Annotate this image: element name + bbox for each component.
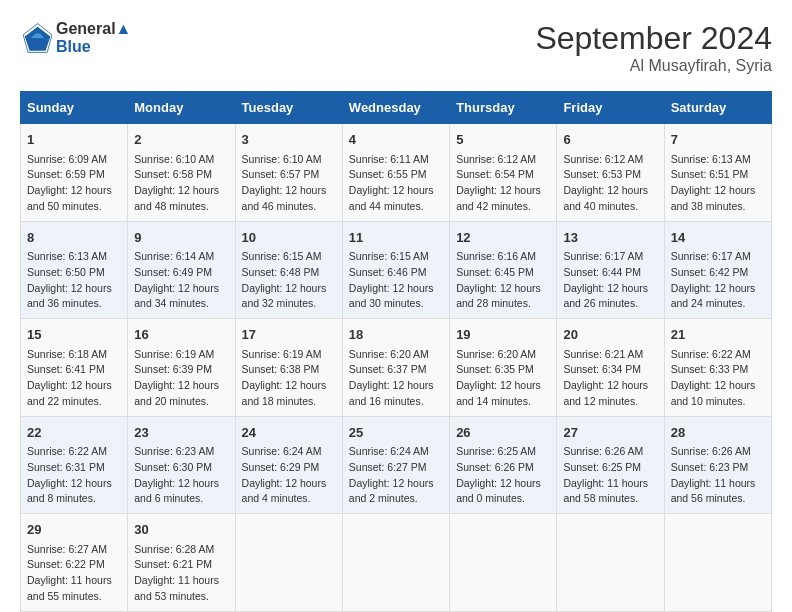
cell-content: Sunrise: 6:10 AMSunset: 6:58 PMDaylight:… — [134, 152, 228, 215]
calendar-cell: 11Sunrise: 6:15 AMSunset: 6:46 PMDayligh… — [342, 221, 449, 319]
day-number: 22 — [27, 423, 121, 443]
calendar-cell: 15Sunrise: 6:18 AMSunset: 6:41 PMDayligh… — [21, 319, 128, 417]
calendar-cell: 17Sunrise: 6:19 AMSunset: 6:38 PMDayligh… — [235, 319, 342, 417]
day-number: 28 — [671, 423, 765, 443]
calendar-week-5: 29Sunrise: 6:27 AMSunset: 6:22 PMDayligh… — [21, 514, 772, 612]
col-header-sunday: Sunday — [21, 92, 128, 124]
logo-icon — [20, 22, 52, 54]
day-number: 18 — [349, 325, 443, 345]
col-header-thursday: Thursday — [450, 92, 557, 124]
calendar-cell: 4Sunrise: 6:11 AMSunset: 6:55 PMDaylight… — [342, 124, 449, 222]
day-number: 5 — [456, 130, 550, 150]
cell-content: Sunrise: 6:17 AMSunset: 6:44 PMDaylight:… — [563, 249, 657, 312]
calendar-cell: 10Sunrise: 6:15 AMSunset: 6:48 PMDayligh… — [235, 221, 342, 319]
day-number: 7 — [671, 130, 765, 150]
cell-content: Sunrise: 6:09 AMSunset: 6:59 PMDaylight:… — [27, 152, 121, 215]
cell-content: Sunrise: 6:11 AMSunset: 6:55 PMDaylight:… — [349, 152, 443, 215]
calendar-cell: 24Sunrise: 6:24 AMSunset: 6:29 PMDayligh… — [235, 416, 342, 514]
cell-content: Sunrise: 6:13 AMSunset: 6:51 PMDaylight:… — [671, 152, 765, 215]
day-number: 10 — [242, 228, 336, 248]
day-number: 13 — [563, 228, 657, 248]
cell-content: Sunrise: 6:26 AMSunset: 6:25 PMDaylight:… — [563, 444, 657, 507]
cell-content: Sunrise: 6:14 AMSunset: 6:49 PMDaylight:… — [134, 249, 228, 312]
cell-content: Sunrise: 6:23 AMSunset: 6:30 PMDaylight:… — [134, 444, 228, 507]
col-header-tuesday: Tuesday — [235, 92, 342, 124]
day-number: 27 — [563, 423, 657, 443]
calendar-header-row: SundayMondayTuesdayWednesdayThursdayFrid… — [21, 92, 772, 124]
day-number: 19 — [456, 325, 550, 345]
day-number: 17 — [242, 325, 336, 345]
calendar-cell: 19Sunrise: 6:20 AMSunset: 6:35 PMDayligh… — [450, 319, 557, 417]
cell-content: Sunrise: 6:10 AMSunset: 6:57 PMDaylight:… — [242, 152, 336, 215]
col-header-wednesday: Wednesday — [342, 92, 449, 124]
cell-content: Sunrise: 6:19 AMSunset: 6:38 PMDaylight:… — [242, 347, 336, 410]
calendar-cell: 12Sunrise: 6:16 AMSunset: 6:45 PMDayligh… — [450, 221, 557, 319]
calendar-cell — [664, 514, 771, 612]
day-number: 14 — [671, 228, 765, 248]
day-number: 21 — [671, 325, 765, 345]
cell-content: Sunrise: 6:27 AMSunset: 6:22 PMDaylight:… — [27, 542, 121, 605]
calendar-cell: 8Sunrise: 6:13 AMSunset: 6:50 PMDaylight… — [21, 221, 128, 319]
calendar-cell — [450, 514, 557, 612]
day-number: 15 — [27, 325, 121, 345]
calendar-cell: 25Sunrise: 6:24 AMSunset: 6:27 PMDayligh… — [342, 416, 449, 514]
day-number: 20 — [563, 325, 657, 345]
cell-content: Sunrise: 6:24 AMSunset: 6:29 PMDaylight:… — [242, 444, 336, 507]
cell-content: Sunrise: 6:16 AMSunset: 6:45 PMDaylight:… — [456, 249, 550, 312]
calendar-week-4: 22Sunrise: 6:22 AMSunset: 6:31 PMDayligh… — [21, 416, 772, 514]
day-number: 11 — [349, 228, 443, 248]
cell-content: Sunrise: 6:22 AMSunset: 6:33 PMDaylight:… — [671, 347, 765, 410]
calendar-cell: 28Sunrise: 6:26 AMSunset: 6:23 PMDayligh… — [664, 416, 771, 514]
calendar-cell: 5Sunrise: 6:12 AMSunset: 6:54 PMDaylight… — [450, 124, 557, 222]
calendar-cell: 23Sunrise: 6:23 AMSunset: 6:30 PMDayligh… — [128, 416, 235, 514]
location-title: Al Musayfirah, Syria — [535, 57, 772, 75]
day-number: 23 — [134, 423, 228, 443]
cell-content: Sunrise: 6:12 AMSunset: 6:53 PMDaylight:… — [563, 152, 657, 215]
day-number: 1 — [27, 130, 121, 150]
day-number: 3 — [242, 130, 336, 150]
calendar-week-1: 1Sunrise: 6:09 AMSunset: 6:59 PMDaylight… — [21, 124, 772, 222]
day-number: 4 — [349, 130, 443, 150]
cell-content: Sunrise: 6:21 AMSunset: 6:34 PMDaylight:… — [563, 347, 657, 410]
month-title: September 2024 — [535, 20, 772, 57]
cell-content: Sunrise: 6:26 AMSunset: 6:23 PMDaylight:… — [671, 444, 765, 507]
calendar-cell: 3Sunrise: 6:10 AMSunset: 6:57 PMDaylight… — [235, 124, 342, 222]
day-number: 16 — [134, 325, 228, 345]
calendar-cell: 16Sunrise: 6:19 AMSunset: 6:39 PMDayligh… — [128, 319, 235, 417]
cell-content: Sunrise: 6:25 AMSunset: 6:26 PMDaylight:… — [456, 444, 550, 507]
calendar-cell: 21Sunrise: 6:22 AMSunset: 6:33 PMDayligh… — [664, 319, 771, 417]
cell-content: Sunrise: 6:24 AMSunset: 6:27 PMDaylight:… — [349, 444, 443, 507]
calendar-cell: 27Sunrise: 6:26 AMSunset: 6:25 PMDayligh… — [557, 416, 664, 514]
calendar-cell: 7Sunrise: 6:13 AMSunset: 6:51 PMDaylight… — [664, 124, 771, 222]
calendar-cell: 29Sunrise: 6:27 AMSunset: 6:22 PMDayligh… — [21, 514, 128, 612]
calendar-cell: 6Sunrise: 6:12 AMSunset: 6:53 PMDaylight… — [557, 124, 664, 222]
col-header-monday: Monday — [128, 92, 235, 124]
calendar-cell — [235, 514, 342, 612]
cell-content: Sunrise: 6:15 AMSunset: 6:48 PMDaylight:… — [242, 249, 336, 312]
col-header-saturday: Saturday — [664, 92, 771, 124]
calendar-cell: 2Sunrise: 6:10 AMSunset: 6:58 PMDaylight… — [128, 124, 235, 222]
calendar-table: SundayMondayTuesdayWednesdayThursdayFrid… — [20, 91, 772, 612]
day-number: 2 — [134, 130, 228, 150]
cell-content: Sunrise: 6:20 AMSunset: 6:35 PMDaylight:… — [456, 347, 550, 410]
calendar-week-2: 8Sunrise: 6:13 AMSunset: 6:50 PMDaylight… — [21, 221, 772, 319]
day-number: 8 — [27, 228, 121, 248]
calendar-cell — [557, 514, 664, 612]
day-number: 25 — [349, 423, 443, 443]
cell-content: Sunrise: 6:15 AMSunset: 6:46 PMDaylight:… — [349, 249, 443, 312]
cell-content: Sunrise: 6:20 AMSunset: 6:37 PMDaylight:… — [349, 347, 443, 410]
cell-content: Sunrise: 6:12 AMSunset: 6:54 PMDaylight:… — [456, 152, 550, 215]
logo-text: General▲ Blue — [56, 20, 131, 56]
logo: General▲ Blue — [20, 20, 131, 56]
calendar-cell: 20Sunrise: 6:21 AMSunset: 6:34 PMDayligh… — [557, 319, 664, 417]
calendar-cell: 30Sunrise: 6:28 AMSunset: 6:21 PMDayligh… — [128, 514, 235, 612]
day-number: 26 — [456, 423, 550, 443]
day-number: 12 — [456, 228, 550, 248]
calendar-cell: 18Sunrise: 6:20 AMSunset: 6:37 PMDayligh… — [342, 319, 449, 417]
day-number: 6 — [563, 130, 657, 150]
calendar-cell — [342, 514, 449, 612]
page-header: General▲ Blue September 2024 Al Musayfir… — [20, 20, 772, 75]
calendar-cell: 26Sunrise: 6:25 AMSunset: 6:26 PMDayligh… — [450, 416, 557, 514]
cell-content: Sunrise: 6:19 AMSunset: 6:39 PMDaylight:… — [134, 347, 228, 410]
calendar-cell: 1Sunrise: 6:09 AMSunset: 6:59 PMDaylight… — [21, 124, 128, 222]
